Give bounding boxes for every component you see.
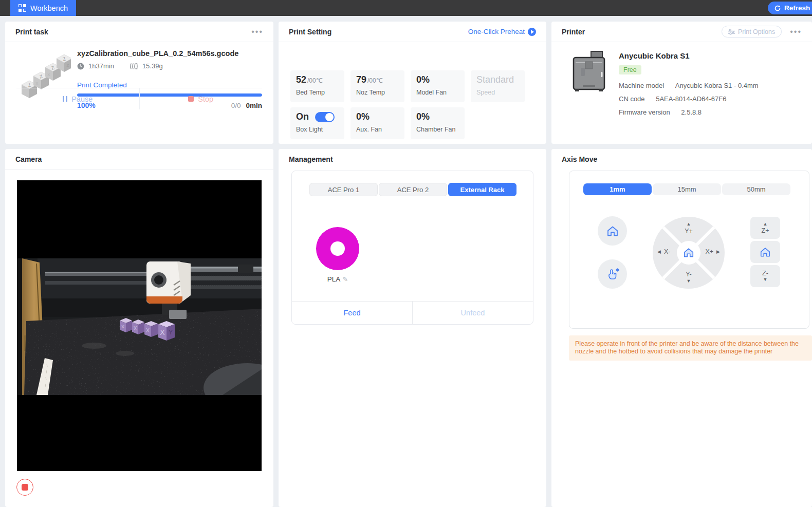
tab-ace-pro-2[interactable]: ACE Pro 2: [379, 183, 447, 196]
cn-code-value: 5AEA-8014-AD64-67F6: [656, 95, 726, 103]
aux-fan-tile[interactable]: 0% Aux. Fan: [350, 107, 404, 139]
edit-spool-icon[interactable]: ✎: [342, 275, 348, 283]
home-all-button[interactable]: [598, 216, 627, 246]
svg-text:X: X: [146, 327, 150, 333]
filament-spool[interactable]: [316, 227, 359, 270]
print-task-more-button[interactable]: •••: [251, 29, 263, 34]
speed-tile: Standard Speed: [471, 70, 525, 102]
camera-scene: X X X: [17, 258, 262, 395]
xy-dpad: ▲ Y+ Y- ▼ ◀ X- X+ ▶: [653, 217, 725, 289]
camera-video-feed: X X X: [17, 180, 262, 471]
home-xy-button[interactable]: [677, 241, 700, 265]
one-click-preheat-button[interactable]: One-Click Preheat: [468, 28, 536, 36]
down-arrow-icon: ▼: [763, 277, 768, 282]
cn-code-label: CN code: [619, 95, 645, 103]
printer-name: Anycubic Kobra S1: [619, 51, 812, 60]
move-y-plus-button[interactable]: ▲ Y+: [653, 222, 725, 235]
axis-move-card: Axis Move 1mm 15mm 50mm: [551, 149, 812, 507]
machine-model-label: Machine model: [619, 82, 664, 89]
chamber-fan-tile[interactable]: 0% Chamber Fan: [411, 107, 465, 139]
move-x-plus-button[interactable]: X+ ▶: [705, 249, 720, 255]
play-icon: [528, 28, 536, 36]
stop-button[interactable]: Stop: [140, 88, 263, 109]
top-bar: Workbench Refresh: [0, 0, 812, 16]
refresh-icon: [774, 5, 781, 12]
tab-ace-pro-1[interactable]: ACE Pro 1: [309, 183, 378, 196]
tab-workbench[interactable]: Workbench: [10, 0, 76, 16]
print-duration: 1h37min: [88, 62, 114, 70]
down-arrow-icon: ▼: [687, 279, 691, 284]
refresh-button[interactable]: Refresh: [768, 2, 812, 14]
printer-image: [571, 50, 607, 93]
axis-move-warning: Please operate in front of the printer a…: [569, 335, 812, 361]
manual-move-button[interactable]: [598, 259, 627, 289]
print-setting-title: Print Setting: [289, 28, 331, 36]
clock-icon: [77, 63, 84, 70]
move-z-minus-button[interactable]: Z- ▼: [750, 265, 780, 287]
record-stop-button[interactable]: [16, 479, 33, 496]
print-filename: xyzCalibration_cube_PLA_0.2_54m56s.gcode: [77, 49, 262, 58]
printer-status-badge: Free: [619, 65, 641, 74]
distance-50mm-button[interactable]: 50mm: [722, 183, 790, 195]
firmware-label: Firmware version: [619, 108, 670, 116]
svg-text:X: X: [121, 324, 124, 329]
move-z-plus-button[interactable]: ▲ Z+: [750, 217, 780, 239]
workbench-label: Workbench: [30, 4, 68, 12]
unfeed-button[interactable]: Unfeed: [413, 302, 533, 324]
print-weight: 15.39g: [142, 62, 163, 70]
up-arrow-icon: ▲: [763, 222, 768, 227]
svg-text:X: X: [35, 81, 39, 86]
move-x-minus-button[interactable]: ◀ X-: [657, 249, 670, 255]
svg-text:X: X: [134, 326, 137, 331]
svg-text:X: X: [160, 328, 165, 336]
pause-button[interactable]: Pause: [16, 88, 139, 109]
svg-text:Y: Y: [169, 328, 173, 336]
management-card: Management ACE Pro 1 ACE Pro 2 External …: [279, 149, 546, 507]
management-title: Management: [289, 155, 333, 163]
record-square-icon: [22, 484, 28, 491]
machine-model-value: Anycubic Kobra S1 - 0.4mm: [675, 82, 759, 89]
svg-text:Z: Z: [67, 63, 69, 68]
axis-move-title: Axis Move: [562, 155, 597, 163]
home-icon: [682, 247, 695, 258]
workbench-grid-icon: [19, 4, 26, 12]
feed-button[interactable]: Feed: [292, 302, 412, 324]
home-icon: [606, 225, 619, 237]
stop-icon: [188, 96, 194, 102]
box-light-toggle[interactable]: [315, 112, 335, 122]
camera-card: Camera: [5, 149, 273, 507]
nozzle-temp-tile[interactable]: 79/00℃ Noz Temp: [350, 70, 404, 102]
sliders-icon: [728, 29, 735, 35]
home-z-button[interactable]: [750, 241, 780, 263]
svg-text:X: X: [47, 72, 50, 77]
print-setting-card: Print Setting One-Click Preheat 52/00℃ B…: [279, 22, 546, 144]
printer-title: Printer: [562, 28, 585, 36]
tab-external-rack[interactable]: External Rack: [448, 183, 516, 196]
distance-15mm-button[interactable]: 15mm: [653, 183, 721, 195]
filament-panel: ACE Pro 1 ACE Pro 2 External Rack PLA✎ F…: [291, 171, 533, 325]
printer-card: Printer Print Options •••: [551, 22, 812, 144]
up-arrow-icon: ▲: [687, 222, 691, 227]
print-options-button[interactable]: Print Options: [722, 26, 782, 37]
box-light-tile[interactable]: On Box Light: [290, 107, 344, 139]
pause-icon: [63, 96, 67, 102]
refresh-label: Refresh: [784, 4, 810, 12]
printer-more-button[interactable]: •••: [790, 29, 802, 34]
workbench-page: Workbench Refresh Print task •••: [0, 0, 812, 507]
filament-weight-icon: [130, 63, 138, 70]
hand-move-icon: [605, 267, 620, 281]
move-y-minus-button[interactable]: Y- ▼: [653, 271, 725, 284]
left-arrow-icon: ◀: [657, 250, 661, 254]
camera-title: Camera: [15, 155, 42, 163]
print-task-card: Print task ••• Z: [5, 22, 273, 144]
axis-control-panel: 1mm 15mm 50mm: [569, 171, 809, 329]
right-arrow-icon: ▶: [716, 250, 720, 254]
home-icon: [759, 247, 771, 258]
model-fan-tile[interactable]: 0% Model Fan: [411, 70, 465, 102]
firmware-value: 2.5.8.8: [681, 108, 702, 116]
spool-material-label: PLA: [327, 275, 341, 283]
distance-1mm-button[interactable]: 1mm: [583, 183, 652, 195]
bed-temp-tile[interactable]: 52/00℃ Bed Temp: [290, 70, 344, 102]
print-task-title: Print task: [15, 28, 48, 36]
